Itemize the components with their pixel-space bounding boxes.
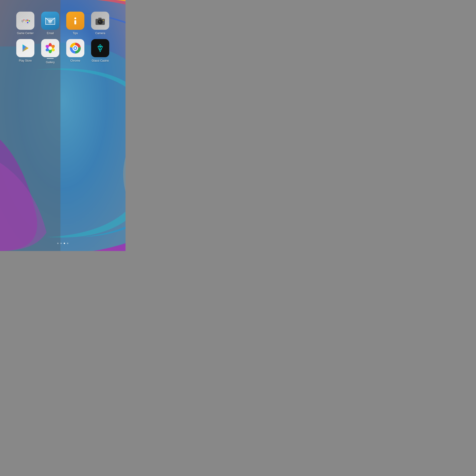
gallery-indicator xyxy=(47,58,54,59)
svg-rect-7 xyxy=(21,20,24,22)
glassi-casino-icon xyxy=(91,39,109,57)
svg-rect-43 xyxy=(94,42,106,54)
tips-icon xyxy=(66,12,84,30)
app-grid: Game Center @ Email xyxy=(14,7,112,64)
page-dot-0[interactable] xyxy=(57,243,59,244)
app-item-gallery[interactable]: Gallery xyxy=(39,39,62,64)
screen-content: Game Center @ Email xyxy=(0,0,125,251)
svg-point-8 xyxy=(27,19,28,21)
app-item-play-store[interactable]: Play Store xyxy=(14,39,37,64)
glassi-casino-label: Glassi Casino xyxy=(92,59,109,62)
svg-point-26 xyxy=(99,21,100,22)
page-dots xyxy=(57,243,68,244)
app-item-tips[interactable]: Tips xyxy=(64,12,87,35)
game-center-icon xyxy=(16,12,34,30)
svg-point-38 xyxy=(48,46,52,50)
app-item-camera[interactable]: Camera xyxy=(89,12,112,35)
camera-label: Camera xyxy=(95,32,105,35)
page-dot-1[interactable] xyxy=(60,243,62,244)
play-store-label: Play Store xyxy=(19,59,32,62)
email-icon: @ xyxy=(41,12,59,30)
svg-point-10 xyxy=(27,22,28,23)
svg-point-42 xyxy=(74,47,76,49)
camera-icon xyxy=(91,12,109,30)
tips-label: Tips xyxy=(73,32,78,35)
svg-text:@: @ xyxy=(48,19,52,24)
gallery-icon xyxy=(41,39,59,57)
app-item-chrome[interactable]: Chrome xyxy=(64,39,87,64)
page-dot-3[interactable] xyxy=(67,243,68,244)
svg-point-27 xyxy=(103,20,104,21)
page-dot-2[interactable] xyxy=(64,243,65,244)
chrome-label: Chrome xyxy=(70,59,80,62)
app-item-game-center[interactable]: Game Center xyxy=(14,12,37,35)
svg-point-18 xyxy=(74,17,76,19)
gallery-label: Gallery xyxy=(46,61,55,64)
chrome-icon xyxy=(66,39,84,57)
svg-point-9 xyxy=(29,20,30,22)
svg-marker-30 xyxy=(23,44,29,52)
app-item-email[interactable]: @ Email xyxy=(39,12,62,35)
app-item-glassi-casino[interactable]: Glassi Casino xyxy=(89,39,112,64)
game-center-label: Game Center xyxy=(17,32,34,35)
svg-rect-28 xyxy=(98,18,102,19)
email-label: Email xyxy=(47,32,54,35)
svg-rect-19 xyxy=(74,20,76,24)
play-store-icon xyxy=(16,39,34,57)
